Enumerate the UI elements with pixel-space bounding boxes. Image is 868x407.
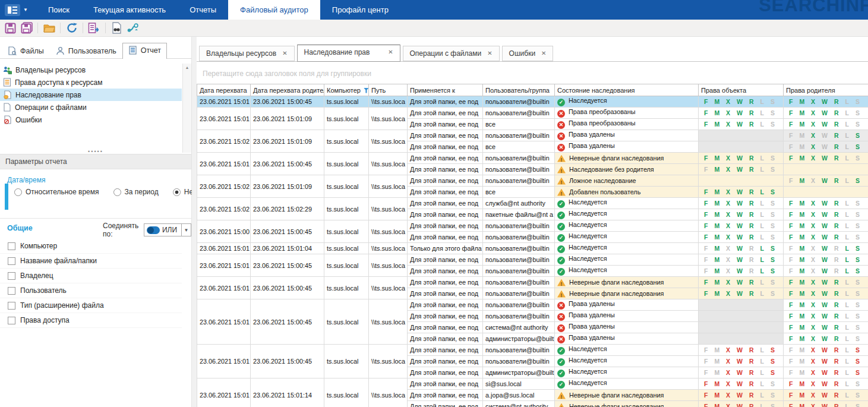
cell-capture-date[interactable]: 23.06.2021 15:02: [197, 175, 251, 198]
cell-inheritance-state[interactable]: !Неверные флаги наследования: [555, 277, 699, 288]
save-button[interactable]: [2, 21, 18, 35]
cell-parent-rights[interactable]: FMXWRLS: [784, 345, 868, 356]
cell-parent-date[interactable]: 23.06.2021 15:01:09: [251, 108, 324, 130]
cell-parent-date[interactable]: 23.06.2021 15:00:45: [251, 153, 324, 175]
cell-computer[interactable]: ts.sus.local: [324, 108, 369, 130]
cell-applies-to[interactable]: Для этой папки, ее под: [408, 187, 483, 198]
cell-user-group[interactable]: пользователи@builtin: [483, 254, 555, 266]
cell-parent-date[interactable]: 23.06.2021 15:00:45: [251, 254, 324, 277]
cell-inheritance-state[interactable]: ✕Права удалены: [555, 333, 699, 345]
cell-computer[interactable]: ts.sus.local: [324, 220, 369, 243]
cell-parent-rights[interactable]: FMXWRLS: [784, 198, 868, 209]
close-icon[interactable]: ✕: [541, 51, 546, 56]
cell-object-rights[interactable]: FMXWRLS: [699, 277, 784, 288]
cell-applies-to[interactable]: Для этой папки, ее под: [408, 356, 483, 367]
cell-object-rights[interactable]: FMXWRLS: [699, 119, 784, 130]
cell-object-rights[interactable]: FMXWRLS: [699, 254, 784, 266]
cell-object-rights[interactable]: [699, 130, 784, 141]
cell-inheritance-state[interactable]: ✓Наследуется: [555, 209, 699, 220]
cell-computer[interactable]: ts.sus.local: [324, 175, 369, 198]
cell-computer[interactable]: ts.sus.local: [324, 345, 369, 378]
cell-inheritance-state[interactable]: !Неверные флаги наследования: [555, 288, 699, 299]
cell-user-group[interactable]: пользователи@builtin: [483, 345, 555, 356]
cell-applies-to[interactable]: Для этой папки, ее под: [408, 209, 483, 220]
cell-inheritance-state[interactable]: ✓Наследуется: [555, 367, 699, 378]
cell-computer[interactable]: ts.sus.local: [324, 243, 369, 254]
menu-item-current-activity[interactable]: Текущая активность: [81, 0, 178, 20]
tree-item-errors[interactable]: Ошибки: [0, 113, 182, 126]
cell-capture-date[interactable]: 23.06.2021 15:00: [197, 220, 251, 243]
cell-user-group[interactable]: все: [483, 187, 555, 198]
cell-applies-to[interactable]: Для этой папки, ее под: [408, 266, 483, 277]
cell-applies-to[interactable]: Для этой папки, ее под: [408, 390, 483, 401]
col-header-date[interactable]: Дата перехвата: [197, 84, 251, 96]
cell-applies-to[interactable]: Для этой папки, ее под: [408, 378, 483, 390]
cell-applies-to[interactable]: Только для этого файла: [408, 243, 483, 254]
cell-user-group[interactable]: пользователи@builtin: [483, 277, 555, 288]
cell-inheritance-state[interactable]: !Неверные флаги наследования: [555, 390, 699, 401]
cell-parent-rights[interactable]: FMXWRLS: [784, 130, 868, 141]
cell-inheritance-state[interactable]: ✕Права удалены: [555, 141, 699, 153]
export-report-button[interactable]: [86, 21, 102, 35]
cell-capture-date[interactable]: 23.06.2021 15:01: [197, 96, 251, 108]
close-icon[interactable]: ✕: [487, 51, 492, 56]
col-header-path[interactable]: Путь: [369, 84, 408, 96]
cell-capture-date[interactable]: 23.06.2021 15:01: [197, 243, 251, 254]
cell-parent-date[interactable]: 23.06.2021 15:01:09: [251, 175, 324, 198]
checkbox-file-name[interactable]: Название файла/папки: [0, 254, 182, 269]
cell-user-group[interactable]: пользователи@builtin: [483, 153, 555, 164]
cell-capture-date[interactable]: 23.06.2021 15:01: [197, 153, 251, 175]
cell-user-group[interactable]: пользователи@builtin: [483, 96, 555, 108]
linked-report-button[interactable]: [125, 21, 141, 35]
menu-item-reports[interactable]: Отчеты: [178, 0, 228, 20]
cell-applies-to[interactable]: Для этой папки, ее под: [408, 311, 483, 322]
cell-path[interactable]: \\ts.sus.loca: [369, 96, 408, 108]
cell-user-group[interactable]: пользователи@builtin: [483, 232, 555, 243]
tree-item-resource-owners[interactable]: Владельцы ресурсов: [0, 64, 182, 76]
cell-parent-rights[interactable]: FMXWRLS: [784, 232, 868, 243]
cell-applies-to[interactable]: Для этой папки, ее под: [408, 401, 483, 407]
cell-applies-to[interactable]: Для этой папки, ее под: [408, 198, 483, 209]
cell-parent-date[interactable]: 23.06.2021 15:00:45: [251, 220, 324, 243]
cell-path[interactable]: \\ts.sus.loca: [369, 345, 408, 378]
cell-parent-rights[interactable]: FMXWRLS: [784, 243, 868, 254]
cell-inheritance-state[interactable]: !Наследование без родителя: [555, 164, 699, 175]
cell-object-rights[interactable]: FMXWRLS: [699, 96, 784, 108]
cell-applies-to[interactable]: Для этой папки, ее под: [408, 108, 483, 119]
cell-path[interactable]: \\ts.sus.loca: [369, 220, 408, 243]
sidebar-scrollbar[interactable]: ▲: [182, 64, 191, 153]
cell-inheritance-state[interactable]: ✓Наследуется: [555, 345, 699, 356]
cell-object-rights[interactable]: FMXWRLS: [699, 356, 784, 367]
cell-object-rights[interactable]: FMXWRLS: [699, 164, 784, 175]
filter-funnel-icon[interactable]: [364, 88, 369, 93]
cell-inheritance-state[interactable]: ✕Права преобразованы: [555, 119, 699, 130]
cell-user-group[interactable]: пользователи@builtin: [483, 243, 555, 254]
report-search-button[interactable]: [109, 21, 125, 35]
cell-path[interactable]: \\ts.sus.loca: [369, 130, 408, 153]
table-row[interactable]: 23.06.2021 15:0123.06.2021 15:00:45ts.su…: [197, 153, 868, 164]
cell-applies-to[interactable]: Для этой папки, ее под: [408, 164, 483, 175]
cell-parent-rights[interactable]: FMXWRLS: [784, 401, 868, 407]
cell-path[interactable]: \\ts.sus.loca: [369, 277, 408, 299]
table-row[interactable]: 23.06.2021 15:0223.06.2021 15:01:09ts.su…: [197, 130, 868, 141]
table-row[interactable]: 23.06.2021 15:0123.06.2021 15:01:09ts.su…: [197, 108, 868, 119]
cell-user-group[interactable]: пользователи@builtin: [483, 356, 555, 367]
table-row[interactable]: 23.06.2021 15:0123.06.2021 15:00:45ts.su…: [197, 277, 868, 288]
cell-user-group[interactable]: пакетные файлы@nt a: [483, 209, 555, 220]
cell-user-group[interactable]: пользователи@builtin: [483, 266, 555, 277]
radio-relative-time[interactable]: Относительное время: [14, 188, 99, 196]
table-row[interactable]: 23.06.2021 15:0223.06.2021 15:01:09ts.su…: [197, 175, 868, 187]
cell-applies-to[interactable]: Для этой папки, ее под: [408, 333, 483, 345]
cell-parent-rights[interactable]: FMXWRLS: [784, 277, 868, 288]
tree-item-inheritance[interactable]: Наследование прав: [0, 89, 182, 101]
table-row[interactable]: 23.06.2021 15:0123.06.2021 15:01:04ts.su…: [197, 243, 868, 254]
cell-path[interactable]: \\ts.sus.loca: [369, 198, 408, 220]
cell-parent-rights[interactable]: FMXWRLS: [784, 378, 868, 390]
cell-user-group[interactable]: система@nt authority: [483, 322, 555, 333]
cell-parent-rights[interactable]: FMXWRLS: [784, 367, 868, 378]
cell-capture-date[interactable]: 23.06.2021 15:02: [197, 130, 251, 153]
chevron-down-icon[interactable]: ▼: [181, 224, 191, 236]
col-header-inheritance-state[interactable]: Состояние наследования: [555, 84, 699, 96]
cell-user-group[interactable]: пользователи@builtin: [483, 130, 555, 141]
cell-parent-rights[interactable]: FMXWRLS: [784, 356, 868, 367]
